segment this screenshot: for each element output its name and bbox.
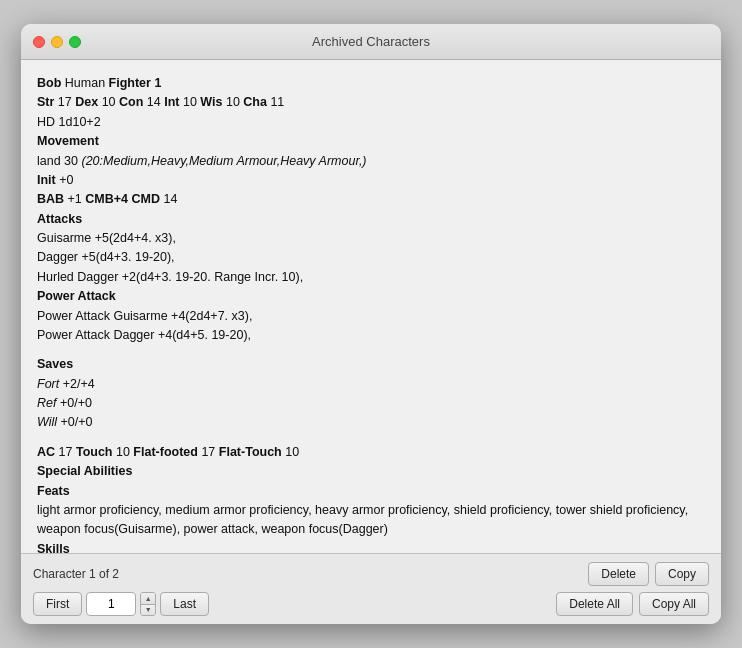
page-stepper[interactable]: ▲ ▼ (140, 592, 156, 616)
footer-top-row: Character 1 of 2 Delete Copy (33, 562, 709, 586)
char-movement-label: Movement (37, 132, 705, 151)
page-number-input[interactable] (86, 592, 136, 616)
delete-button[interactable]: Delete (588, 562, 649, 586)
footer: Character 1 of 2 Delete Copy First ▲ ▼ L… (21, 553, 721, 624)
char-attacks-label: Attacks (37, 210, 705, 229)
char-special-abilities-label: Special Abilities (37, 462, 705, 481)
char-feats-value: light armor proficiency, medium armor pr… (37, 501, 705, 540)
char-stats-line: Str 17 Dex 10 Con 14 Int 10 Wis 10 Cha 1… (37, 93, 705, 112)
char-feats-label: Feats (37, 482, 705, 501)
char-power-attack-2: Power Attack Dagger +4(d4+5. 19-20), (37, 326, 705, 345)
char-page-info: Character 1 of 2 (33, 567, 119, 581)
char-name: Bob (37, 76, 61, 90)
char-movement-value: land 30 (20:Medium,Heavy,Medium Armour,H… (37, 152, 705, 171)
char-will: Will +0/+0 (37, 413, 705, 432)
char-attack-1: Guisarme +5(2d4+4. x3), (37, 229, 705, 248)
char-bab-line: BAB +1 CMB+4 CMD 14 (37, 190, 705, 209)
delete-all-button[interactable]: Delete All (556, 592, 633, 616)
last-button[interactable]: Last (160, 592, 209, 616)
title-bar: Archived Characters (21, 24, 721, 60)
char-power-attack-label: Power Attack (37, 287, 705, 306)
char-name-line: Bob Human Fighter 1 (37, 74, 705, 93)
stepper-down-button[interactable]: ▼ (141, 605, 155, 616)
char-ac-line: AC 17 Touch 10 Flat-footed 17 Flat-Touch… (37, 443, 705, 462)
close-button[interactable] (33, 36, 45, 48)
footer-navigation: First ▲ ▼ Last (33, 592, 209, 616)
character-content[interactable]: Bob Human Fighter 1 Str 17 Dex 10 Con 14… (21, 60, 721, 553)
maximize-button[interactable] (69, 36, 81, 48)
char-skills-label: Skills (37, 540, 705, 553)
char-fort: Fort +2/+4 (37, 375, 705, 394)
copy-button[interactable]: Copy (655, 562, 709, 586)
footer-bottom-row: First ▲ ▼ Last Delete All Copy All (33, 592, 709, 616)
footer-bottom-buttons: Delete All Copy All (556, 592, 709, 616)
footer-top-buttons: Delete Copy (588, 562, 709, 586)
window-body: Bob Human Fighter 1 Str 17 Dex 10 Con 14… (21, 60, 721, 553)
minimize-button[interactable] (51, 36, 63, 48)
char-hd: HD 1d10+2 (37, 113, 705, 132)
char-ref: Ref +0/+0 (37, 394, 705, 413)
char-saves-label: Saves (37, 355, 705, 374)
character-text: Bob Human Fighter 1 Str 17 Dex 10 Con 14… (37, 74, 705, 553)
char-init: Init +0 (37, 171, 705, 190)
window-title: Archived Characters (312, 34, 430, 49)
copy-all-button[interactable]: Copy All (639, 592, 709, 616)
first-button[interactable]: First (33, 592, 82, 616)
traffic-lights (33, 36, 81, 48)
char-power-attack-1: Power Attack Guisarme +4(2d4+7. x3), (37, 307, 705, 326)
char-race-value: Human (65, 76, 105, 90)
char-attack-2: Dagger +5(d4+3. 19-20), (37, 248, 705, 267)
char-class-value: Fighter 1 (109, 76, 162, 90)
main-window: Archived Characters Bob Human Fighter 1 … (21, 24, 721, 624)
char-attack-3: Hurled Dagger +2(d4+3. 19-20. Range Incr… (37, 268, 705, 287)
stepper-up-button[interactable]: ▲ (141, 593, 155, 605)
